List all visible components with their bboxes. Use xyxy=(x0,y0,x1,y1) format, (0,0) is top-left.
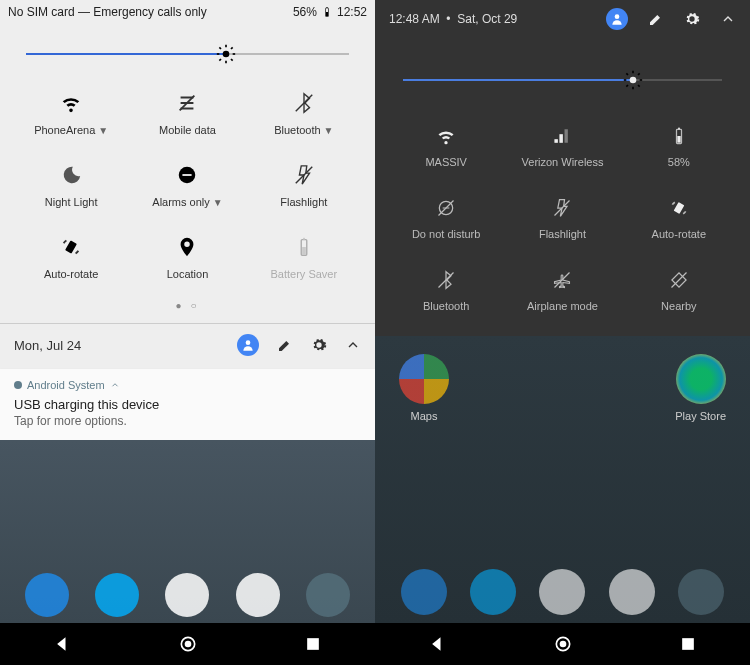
sim-status: No SIM card — Emergency calls only xyxy=(8,5,207,19)
qs-header: 12:48 AM • Sat, Oct 29 xyxy=(375,0,750,34)
dock-app[interactable] xyxy=(236,573,280,617)
clock: 12:52 xyxy=(337,5,367,19)
autorotate-icon xyxy=(669,198,689,218)
notification-body: Tap for more options. xyxy=(14,414,361,428)
home-screen: Maps Play Store xyxy=(375,336,750,623)
home-button[interactable] xyxy=(178,634,198,654)
qs-tiles: PhoneArena▼ Mobile data Bluetooth▼ Night… xyxy=(10,84,365,296)
date: Mon, Jul 24 xyxy=(14,338,81,353)
user-avatar[interactable] xyxy=(606,8,628,30)
tile-flashlight[interactable]: Flashlight xyxy=(249,164,359,208)
tile-auto-rotate[interactable]: Auto-rotate xyxy=(16,236,126,280)
tile-airplane[interactable]: Airplane mode xyxy=(507,270,617,312)
phone-light: No SIM card — Emergency calls only 56% 1… xyxy=(0,0,375,665)
tile-cellular[interactable]: Verizon Wireless xyxy=(507,126,617,168)
mobile-data-off-icon xyxy=(176,92,198,114)
home-screen xyxy=(0,440,375,623)
tile-night-light[interactable]: Night Light xyxy=(16,164,126,208)
tile-auto-rotate[interactable]: Auto-rotate xyxy=(624,198,734,240)
bluetooth-off-icon xyxy=(293,92,315,114)
chevron-down-icon: ▼ xyxy=(213,197,223,208)
phone-dark: 12:48 AM • Sat, Oct 29 MASSIV Verizon Wi xyxy=(375,0,750,665)
location-icon xyxy=(176,236,198,258)
collapse-icon[interactable] xyxy=(720,11,736,27)
collapse-icon[interactable] xyxy=(345,337,361,353)
tile-flashlight[interactable]: Flashlight xyxy=(507,198,617,240)
nearby-off-icon xyxy=(669,270,689,290)
nav-bar xyxy=(0,623,375,665)
battery-icon xyxy=(293,236,315,258)
qs-tiles: MASSIV Verizon Wireless 58% Do not distu… xyxy=(385,116,740,322)
brightness-slider[interactable] xyxy=(26,42,349,66)
dock-app[interactable] xyxy=(401,569,447,615)
tile-nearby[interactable]: Nearby xyxy=(624,270,734,312)
status-bar: No SIM card — Emergency calls only 56% 1… xyxy=(0,0,375,24)
qs-footer: Mon, Jul 24 xyxy=(0,323,375,366)
tile-bluetooth[interactable]: Bluetooth▼ xyxy=(249,92,359,136)
settings-icon[interactable] xyxy=(684,11,700,27)
back-button[interactable] xyxy=(428,634,448,654)
bluetooth-off-icon xyxy=(436,270,456,290)
settings-icon[interactable] xyxy=(311,337,327,353)
tile-bluetooth[interactable]: Bluetooth xyxy=(391,270,501,312)
wifi-icon xyxy=(60,92,82,114)
tile-battery[interactable]: 58% xyxy=(624,126,734,168)
brightness-icon xyxy=(623,70,643,90)
tile-location[interactable]: Location xyxy=(132,236,242,280)
dock-app[interactable] xyxy=(25,573,69,617)
home-button[interactable] xyxy=(553,634,573,654)
signal-icon xyxy=(552,126,572,146)
tile-wifi[interactable]: PhoneArena▼ xyxy=(16,92,126,136)
moon-icon xyxy=(60,164,82,186)
brightness-icon xyxy=(216,44,236,64)
dock-app[interactable] xyxy=(539,569,585,615)
app-maps[interactable]: Maps xyxy=(399,354,449,422)
dnd-off-icon xyxy=(436,198,456,218)
tile-battery-saver[interactable]: Battery Saver xyxy=(249,236,359,280)
app-play-store[interactable]: Play Store xyxy=(675,354,726,422)
recents-button[interactable] xyxy=(303,634,323,654)
flashlight-off-icon xyxy=(552,198,572,218)
user-avatar[interactable] xyxy=(237,334,259,356)
person-icon xyxy=(610,12,624,26)
dock-app[interactable] xyxy=(609,569,655,615)
tile-dnd[interactable]: Alarms only▼ xyxy=(132,164,242,208)
recents-button[interactable] xyxy=(678,634,698,654)
edit-icon[interactable] xyxy=(648,11,664,27)
dock-app[interactable] xyxy=(165,573,209,617)
battery-pct: 56% xyxy=(293,5,317,19)
dock-app[interactable] xyxy=(470,569,516,615)
dock-app[interactable] xyxy=(306,573,350,617)
person-icon xyxy=(241,338,255,352)
chevron-down-icon: ▼ xyxy=(324,125,334,136)
wifi-icon xyxy=(436,126,456,146)
nav-bar xyxy=(375,623,750,665)
brightness-slider[interactable] xyxy=(403,68,722,92)
battery-icon xyxy=(669,126,689,146)
quick-settings-panel: MASSIV Verizon Wireless 58% Do not distu… xyxy=(375,34,750,336)
autorotate-icon xyxy=(60,236,82,258)
flashlight-off-icon xyxy=(293,164,315,186)
edit-icon[interactable] xyxy=(277,337,293,353)
notification-card[interactable]: Android System USB charging this device … xyxy=(0,369,375,440)
airplane-off-icon xyxy=(552,270,572,290)
status-time-date: 12:48 AM • Sat, Oct 29 xyxy=(389,12,517,26)
back-button[interactable] xyxy=(53,634,73,654)
battery-icon xyxy=(321,6,333,18)
tile-wifi[interactable]: MASSIV xyxy=(391,126,501,168)
dock-app[interactable] xyxy=(95,573,139,617)
quick-settings-panel: PhoneArena▼ Mobile data Bluetooth▼ Night… xyxy=(0,24,375,323)
dock-app[interactable] xyxy=(678,569,724,615)
chevron-down-icon: ▼ xyxy=(98,125,108,136)
notification-source: Android System xyxy=(14,379,361,391)
chevron-up-icon xyxy=(110,380,120,390)
page-indicator: ● ○ xyxy=(10,296,365,319)
tile-dnd[interactable]: Do not disturb xyxy=(391,198,501,240)
tile-mobile-data[interactable]: Mobile data xyxy=(132,92,242,136)
notification-title: USB charging this device xyxy=(14,397,361,412)
dnd-icon xyxy=(176,164,198,186)
